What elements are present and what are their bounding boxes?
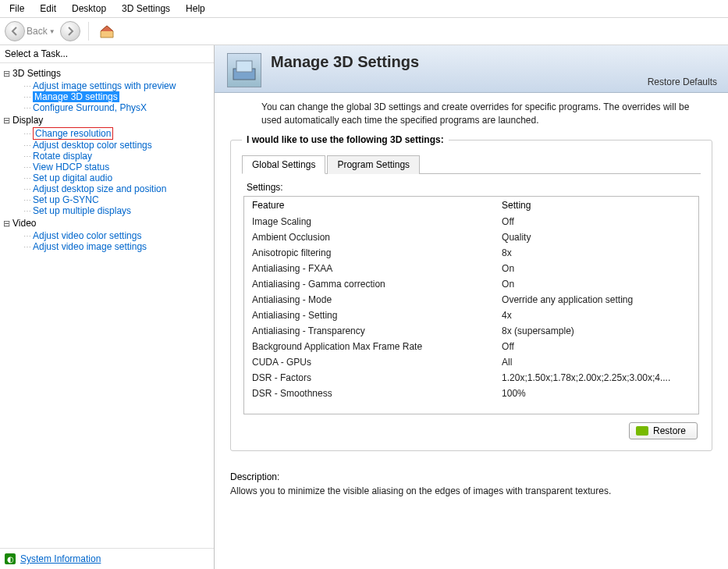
back-dropdown-icon[interactable]: ▼ [49,28,55,35]
cell-setting[interactable]: Off [494,214,698,229]
cell-setting[interactable]: 4x [494,308,698,323]
home-icon [98,23,115,40]
page-header-icon [227,53,261,87]
tree-item-label[interactable]: Adjust desktop size and position [33,183,166,194]
tree-connector-icon: ⋯ [23,243,31,251]
tree-item-label[interactable]: Manage 3D settings [33,91,119,102]
forward-button[interactable] [60,21,80,41]
tree-item-view-hdcp[interactable]: ⋯ View HDCP status [2,162,212,172]
tree-item-label[interactable]: Adjust video color settings [33,230,141,241]
table-row[interactable]: Antialiasing - FXAAOn [244,261,698,276]
tree-item-multiple-displays[interactable]: ⋯ Set up multiple displays [2,205,212,216]
tree-connector-icon: ⋯ [23,93,31,101]
table-row[interactable]: Ambient OcclusionQuality [244,229,698,245]
tree-item-label[interactable]: Adjust image settings with preview [33,80,176,91]
svg-rect-1 [236,61,252,72]
group-legend: I would like to use the following 3D set… [242,134,449,145]
system-information-link[interactable]: System Information [20,553,101,564]
table-row[interactable]: Antialiasing - ModeOverride any applicat… [244,292,698,308]
cell-feature: DSR - Smoothness [244,386,494,401]
tree-group-3d-settings[interactable]: ⊟ 3D Settings [2,66,212,80]
menu-3d-settings[interactable]: 3D Settings [115,2,176,16]
tree-group-label[interactable]: 3D Settings [12,67,61,80]
restore-button[interactable]: Restore [629,422,698,439]
col-feature: Feature [244,197,494,214]
tree-connector-icon: ⋯ [23,185,31,194]
tree-group-video[interactable]: ⊟ Video [2,216,212,230]
tree-item-label[interactable]: Adjust desktop color settings [33,140,152,151]
tree-item-change-resolution[interactable]: ⋯ Change resolution [2,127,212,140]
table-row[interactable]: Image ScalingOff [244,214,698,229]
back-label: Back [27,26,48,37]
settings-group: I would like to use the following 3D set… [230,140,712,451]
tree-item-adjust-desktop-color[interactable]: ⋯ Adjust desktop color settings [2,140,212,151]
menu-file[interactable]: File [3,2,30,16]
page-title: Manage 3D Settings [271,53,419,71]
table-row[interactable]: CUDA - GPUsAll [244,354,698,370]
menu-desktop[interactable]: Desktop [66,2,112,16]
home-button[interactable] [97,21,117,41]
tree-connector-icon: ⋯ [23,104,31,112]
tree-item-label[interactable]: Rotate display [33,151,92,162]
cell-setting[interactable]: All [494,354,698,370]
cell-setting[interactable]: On [494,261,698,276]
table-row[interactable]: Anisotropic filtering8x [244,245,698,261]
toolbar-separator [88,22,89,41]
cell-setting[interactable]: 8x [494,245,698,261]
tree-item-label[interactable]: Set up G-SYNC [33,194,99,205]
sidebar: Select a Task... ⊟ 3D Settings ⋯ Adjust … [0,45,215,569]
back-button[interactable] [5,21,25,41]
tree-item-label[interactable]: Set up multiple displays [33,205,131,216]
table-row[interactable]: DSR - Factors1.20x;1.50x;1.78x;2.00x;2.2… [244,370,698,386]
settings-3d-icon [230,56,258,84]
collapse-icon[interactable]: ⊟ [2,67,11,80]
tree-connector-icon: ⋯ [23,174,31,183]
tree-connector-icon: ⋯ [23,163,31,172]
tree-group-display[interactable]: ⊟ Display [2,113,212,127]
page-description: You can change the global 3D settings an… [215,93,728,132]
tree-item-label[interactable]: Set up digital audio [33,172,112,183]
cell-setting[interactable]: On [494,276,698,292]
settings-table-container: Feature Setting Image ScalingOffAmbient … [243,196,699,414]
tree-item-digital-audio[interactable]: ⋯ Set up digital audio [2,172,212,183]
tree-item-label[interactable]: Change resolution [33,127,113,140]
tree-item-adjust-image-settings[interactable]: ⋯ Adjust image settings with preview [2,80,212,91]
cell-feature: Antialiasing - Transparency [244,323,494,339]
cell-setting[interactable]: Quality [494,229,698,245]
tab-global-settings[interactable]: Global Settings [242,155,325,174]
tree-item-label[interactable]: Adjust video image settings [33,241,147,252]
tab-program-settings[interactable]: Program Settings [327,155,420,174]
cell-setting[interactable]: Override any application setting [494,292,698,308]
cell-setting[interactable]: Off [494,339,698,354]
tree-group-label[interactable]: Display [12,114,43,126]
tree-item-label[interactable]: Configure Surround, PhysX [33,102,147,113]
sidebar-footer: ◐ System Information [0,548,214,569]
settings-table-scroll[interactable]: Feature Setting Image ScalingOffAmbient … [244,197,698,414]
table-row[interactable]: Antialiasing - Setting4x [244,308,698,323]
cell-setting[interactable]: 100% [494,386,698,401]
restore-defaults-link[interactable]: Restore Defaults [648,76,717,87]
description-block: Description: Allows you to minimize the … [230,471,712,496]
table-row[interactable]: Antialiasing - Gamma correctionOn [244,276,698,292]
tree-item-manage-3d-settings[interactable]: ⋯ Manage 3D settings [2,91,212,102]
collapse-icon[interactable]: ⊟ [2,114,11,126]
table-row[interactable]: Antialiasing - Transparency8x (supersamp… [244,323,698,339]
tree-item-rotate-display[interactable]: ⋯ Rotate display [2,151,212,162]
tree-item-configure-surround[interactable]: ⋯ Configure Surround, PhysX [2,102,212,113]
tree-item-desktop-size[interactable]: ⋯ Adjust desktop size and position [2,183,212,194]
table-row[interactable]: DSR - Smoothness100% [244,386,698,401]
menu-help[interactable]: Help [179,2,211,16]
tree-item-video-color[interactable]: ⋯ Adjust video color settings [2,230,212,241]
tree-group-label[interactable]: Video [12,217,36,229]
tree-item-label[interactable]: View HDCP status [33,162,109,172]
tree-connector-icon: ⋯ [23,82,31,91]
tree-item-gsync[interactable]: ⋯ Set up G-SYNC [2,194,212,205]
collapse-icon[interactable]: ⊟ [2,217,11,229]
cell-feature: Antialiasing - Gamma correction [244,276,494,292]
menu-edit[interactable]: Edit [34,2,62,16]
cell-setting[interactable]: 8x (supersample) [494,323,698,339]
table-row[interactable]: Background Application Max Frame RateOff [244,339,698,354]
cell-setting[interactable]: 1.20x;1.50x;1.78x;2.00x;2.25x;3.00x;4...… [494,370,698,386]
tree-item-video-image[interactable]: ⋯ Adjust video image settings [2,241,212,252]
menu-bar: File Edit Desktop 3D Settings Help [0,0,728,18]
